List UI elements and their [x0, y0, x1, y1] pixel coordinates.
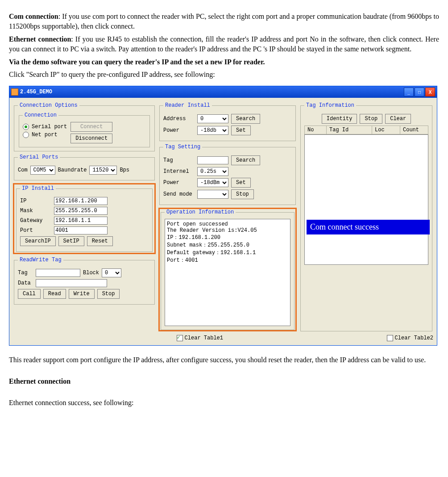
- mask-label: Mask: [20, 208, 51, 214]
- baudrate-label: Baundrate: [58, 167, 87, 173]
- com-select[interactable]: COM5: [30, 166, 55, 175]
- rw-data-label: Data: [18, 280, 33, 286]
- ts-tag-field[interactable]: [197, 156, 228, 164]
- serial-ports-legend: Serial Ports: [18, 154, 60, 160]
- reader-install-group: Reader Install Address 0 Search Power -1…: [159, 102, 296, 141]
- rw-data-field[interactable]: [36, 279, 107, 287]
- tag-information-legend: Tag Information: [304, 102, 356, 109]
- connection-options-legend: Connection Options: [18, 102, 79, 109]
- reader-power-label: Power: [163, 127, 195, 134]
- identity-button[interactable]: Identity: [322, 114, 357, 124]
- connect-button[interactable]: Connect: [71, 122, 112, 132]
- port-field[interactable]: [54, 226, 108, 234]
- searchip-button[interactable]: SearchIP: [20, 236, 56, 246]
- operation-information-legend: Operation Information: [165, 209, 236, 215]
- gateway-label: Gateway: [20, 218, 51, 224]
- readwrite-tag-legend: ReadWrite Tag: [18, 257, 63, 263]
- rw-stop-button[interactable]: Stop: [97, 289, 120, 299]
- mask-field[interactable]: [54, 207, 108, 215]
- serial-port-radio[interactable]: [23, 124, 29, 130]
- clear-table2-checkbox[interactable]: Clear Table2: [387, 335, 433, 341]
- minimize-button[interactable]: _: [404, 88, 414, 96]
- ti-stop-button[interactable]: Stop: [360, 114, 382, 124]
- reader-set-button[interactable]: Set: [231, 126, 251, 135]
- ts-search-button[interactable]: Search: [231, 155, 260, 165]
- ti-clear-button[interactable]: Clear: [385, 114, 411, 124]
- para-com-connection: Com connection: If you use com port to c…: [9, 12, 439, 32]
- reset-button[interactable]: Reset: [87, 236, 113, 246]
- net-port-radio[interactable]: [23, 132, 29, 138]
- connection-group: Connection Serial port Net port Connect …: [19, 112, 150, 147]
- ip-label: IP: [20, 198, 51, 204]
- address-select[interactable]: 0: [197, 114, 228, 123]
- tag-grid-header: No Tag Id Loc Count: [304, 126, 428, 134]
- rw-block-select[interactable]: 0: [102, 268, 121, 277]
- para-query-ip-heading: Via the demo software you can query the …: [9, 57, 439, 67]
- address-label: Address: [163, 116, 195, 122]
- serial-ports-group: Serial Ports Com COM5 Baundrate 115200 B…: [14, 154, 155, 180]
- para-ethernet-heading: Ethernet connection: [9, 374, 439, 389]
- reader-power-select[interactable]: -18db: [197, 126, 228, 135]
- bps-label: Bps: [120, 167, 129, 173]
- read-button[interactable]: Read: [43, 289, 66, 299]
- ts-stop-button[interactable]: Stop: [231, 189, 254, 199]
- para-ethernet-connection: Ethernet connection: If you use RJ45 to …: [9, 34, 439, 54]
- reader-search-button[interactable]: Search: [231, 114, 260, 124]
- serial-port-label: Serial port: [32, 124, 67, 130]
- para-ethernet-success: Ethernet connection success, see followi…: [9, 396, 439, 410]
- net-port-label: Net port: [32, 132, 58, 138]
- ip-field[interactable]: [54, 197, 108, 205]
- ts-power-label: Power: [163, 180, 195, 186]
- connection-legend: Connection: [23, 112, 58, 118]
- maximize-button[interactable]: □: [415, 88, 424, 96]
- operation-log: Port open successed The Reader Version i…: [165, 219, 290, 326]
- ts-internel-select[interactable]: 0.25s: [197, 167, 228, 176]
- port-label: Port: [20, 227, 51, 234]
- ts-set-button[interactable]: Set: [231, 178, 251, 188]
- setip-button[interactable]: SetIP: [58, 236, 84, 246]
- gateway-field[interactable]: [54, 217, 108, 225]
- col-no: No: [305, 126, 327, 134]
- readwrite-tag-group: ReadWrite Tag Tag Block 0 Data Call Read: [14, 257, 155, 305]
- ip-install-highlight: IP Install IP Mask Gateway Port SearchIP…: [13, 183, 156, 254]
- rw-tag-label: Tag: [18, 270, 33, 276]
- para-search-ip: Click "Search IP" to query the pre-confi…: [9, 70, 439, 80]
- ts-sendmode-select[interactable]: [197, 190, 228, 199]
- demo-app-screenshot: 2.45G_DEMO _ □ X Connection Options Conn…: [9, 86, 437, 345]
- col-loc: Loc: [372, 126, 400, 134]
- ts-power-select[interactable]: -18dBm: [197, 178, 228, 187]
- para-after-screenshot: This reader support com port configure t…: [9, 353, 439, 367]
- tag-setting-group: Tag Setting Tag Search Internel 0.25s Po…: [159, 144, 296, 205]
- write-button[interactable]: Write: [69, 289, 95, 299]
- opinfo-highlight: Operation Information Port open successe…: [158, 208, 297, 331]
- ip-install-group: IP Install IP Mask Gateway Port SearchIP…: [16, 185, 153, 252]
- ts-tag-label: Tag: [163, 157, 195, 163]
- col-count: Count: [400, 126, 428, 134]
- connection-options-group: Connection Options Connection Serial por…: [14, 102, 155, 151]
- close-button[interactable]: X: [425, 88, 435, 96]
- clear-table1-checkbox[interactable]: Clear Table1: [177, 335, 223, 341]
- operation-information-group: Operation Information Port open successe…: [161, 209, 295, 330]
- ts-sendmode-label: Send mode: [163, 191, 195, 197]
- reader-install-legend: Reader Install: [163, 102, 212, 109]
- call-button[interactable]: Call: [18, 289, 41, 299]
- com-label: Com: [18, 167, 28, 173]
- app-icon: [11, 88, 18, 96]
- tag-setting-legend: Tag Setting: [163, 144, 202, 150]
- col-tagid: Tag Id: [327, 126, 372, 134]
- disconnect-button[interactable]: Disconnect: [71, 134, 112, 143]
- window-title: 2.45G_DEMO: [20, 89, 52, 95]
- window-titlebar: 2.45G_DEMO _ □ X: [9, 86, 437, 98]
- tag-information-group: Tag Information Identity Stop Clear No T…: [300, 102, 432, 331]
- tag-grid-body: Com connect success: [304, 134, 428, 265]
- ts-internel-label: Internel: [163, 168, 195, 175]
- rw-tag-field[interactable]: [36, 269, 80, 277]
- baudrate-select[interactable]: 115200: [89, 166, 117, 175]
- ip-install-legend: IP Install: [20, 185, 56, 192]
- rw-block-label: Block: [83, 270, 99, 276]
- connect-success-overlay: Com connect success: [307, 220, 430, 234]
